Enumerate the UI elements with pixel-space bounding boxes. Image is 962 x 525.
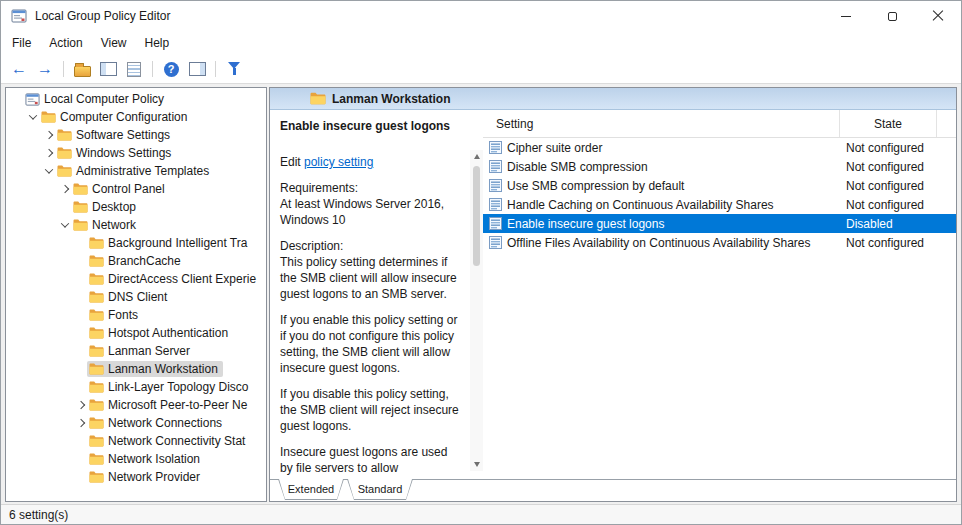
chevron-icon[interactable] bbox=[74, 327, 87, 340]
tab-label: Extended bbox=[278, 479, 344, 498]
tree-item[interactable]: DirectAccess Client Experie bbox=[6, 270, 266, 288]
tab-standard[interactable]: Standard bbox=[347, 479, 413, 500]
chevron-icon[interactable] bbox=[10, 93, 23, 106]
settings-list: Setting State bbox=[483, 110, 956, 479]
tree-item[interactable]: DNS Client bbox=[6, 288, 266, 306]
edit-policy-setting-link[interactable]: policy setting bbox=[304, 155, 373, 169]
toolbar-separator bbox=[148, 58, 157, 80]
tree-item[interactable]: Network Provider bbox=[6, 468, 266, 486]
tree-item[interactable]: Network Connectivity Stat bbox=[6, 432, 266, 450]
tree-item[interactable]: Lanman Server bbox=[6, 342, 266, 360]
tree-item[interactable]: Network Isolation bbox=[6, 450, 266, 468]
action-pane-icon[interactable] bbox=[185, 58, 209, 80]
forward-icon[interactable] bbox=[33, 58, 57, 80]
tab-extended[interactable]: Extended bbox=[278, 479, 344, 500]
minimize-button[interactable] bbox=[823, 1, 869, 31]
console-tree-pane: Local Computer Policy bbox=[5, 87, 267, 502]
tree-item[interactable]: Network Connections bbox=[6, 414, 266, 432]
export-list-icon[interactable] bbox=[122, 58, 146, 80]
chevron-icon[interactable] bbox=[42, 147, 55, 160]
policy-setting-icon bbox=[489, 141, 502, 154]
tree-item[interactable]: Background Intelligent Tra bbox=[6, 234, 266, 252]
tree-item[interactable]: Windows Settings bbox=[6, 144, 266, 162]
tree-item[interactable]: Microsoft Peer-to-Peer Ne bbox=[6, 396, 266, 414]
description-paragraph: Insecure guest logons are used by file s… bbox=[280, 444, 463, 476]
tree-item[interactable]: Local Computer Policy bbox=[6, 90, 266, 108]
selected-policy-title: Enable insecure guest logons bbox=[280, 118, 463, 134]
chevron-icon[interactable] bbox=[74, 417, 87, 430]
folder-icon bbox=[89, 453, 104, 465]
settings-row[interactable]: Offline Files Availability on Continuous… bbox=[483, 233, 956, 252]
chevron-icon[interactable] bbox=[74, 363, 87, 376]
folder-icon bbox=[89, 273, 104, 285]
workarea: Local Computer Policy bbox=[1, 84, 961, 504]
chevron-icon[interactable] bbox=[74, 309, 87, 322]
window-controls bbox=[823, 1, 961, 31]
chevron-icon[interactable] bbox=[26, 111, 39, 124]
chevron-icon[interactable] bbox=[58, 183, 71, 196]
tree-item-label: Software Settings bbox=[76, 128, 170, 142]
column-header-setting[interactable]: Setting bbox=[483, 110, 840, 137]
folder-icon bbox=[57, 165, 72, 177]
setting-name: Handle Caching on Continuous Availabilit… bbox=[507, 198, 774, 212]
chevron-icon[interactable] bbox=[74, 291, 87, 304]
setting-state: Not configured bbox=[840, 198, 937, 212]
chevron-icon[interactable] bbox=[74, 435, 87, 448]
settings-row[interactable]: Use SMB compression by default Not confi… bbox=[483, 176, 956, 195]
scrollbar-thumb[interactable] bbox=[473, 166, 480, 266]
folder-icon bbox=[89, 471, 104, 483]
tree-item[interactable]: Lanman Workstation bbox=[6, 360, 266, 378]
titlebar: Local Group Policy Editor bbox=[1, 1, 961, 31]
menu-action[interactable]: Action bbox=[40, 33, 91, 53]
settings-row[interactable]: Cipher suite order Not configured bbox=[483, 138, 956, 157]
tree-item[interactable]: Link-Layer Topology Disco bbox=[6, 378, 266, 396]
filter-icon[interactable] bbox=[222, 58, 246, 80]
scroll-up-icon[interactable] bbox=[470, 150, 483, 163]
chevron-icon[interactable] bbox=[42, 129, 55, 142]
setting-state: Not configured bbox=[840, 236, 937, 250]
chevron-icon[interactable] bbox=[74, 237, 87, 250]
help-icon[interactable] bbox=[159, 58, 183, 80]
settings-row[interactable]: Disable SMB compression Not configured bbox=[483, 157, 956, 176]
chevron-icon[interactable] bbox=[74, 273, 87, 286]
settings-row[interactable]: Handle Caching on Continuous Availabilit… bbox=[483, 195, 956, 214]
minimize-icon bbox=[841, 16, 851, 17]
settings-row[interactable]: Enable insecure guest logons Disabled bbox=[483, 214, 956, 233]
tree-item[interactable]: Fonts bbox=[6, 306, 266, 324]
requirements-label: Requirements: bbox=[280, 180, 463, 196]
chevron-icon[interactable] bbox=[74, 399, 87, 412]
description-scrollbar[interactable] bbox=[470, 150, 483, 471]
menu-file[interactable]: File bbox=[3, 33, 40, 53]
show-console-tree-icon[interactable] bbox=[96, 58, 120, 80]
chevron-icon[interactable] bbox=[74, 471, 87, 484]
tree-item[interactable]: Computer Configuration bbox=[6, 108, 266, 126]
tree-item[interactable]: Administrative Templates bbox=[6, 162, 266, 180]
menu-view[interactable]: View bbox=[92, 33, 136, 53]
tree-item-label: Microsoft Peer-to-Peer Ne bbox=[108, 398, 247, 412]
menu-item-label: View bbox=[101, 36, 127, 50]
close-icon bbox=[932, 10, 944, 22]
chevron-icon[interactable] bbox=[58, 219, 71, 232]
requirements-text: At least Windows Server 2016, Windows 10 bbox=[280, 196, 463, 228]
chevron-icon[interactable] bbox=[74, 255, 87, 268]
tree-item-label: Network Isolation bbox=[108, 452, 200, 466]
menu-help[interactable]: Help bbox=[136, 33, 179, 53]
scroll-down-icon[interactable] bbox=[470, 458, 483, 471]
tree-item[interactable]: Desktop bbox=[6, 198, 266, 216]
back-icon[interactable] bbox=[7, 58, 31, 80]
chevron-icon[interactable] bbox=[58, 201, 71, 214]
maximize-button[interactable] bbox=[869, 1, 915, 31]
up-level-icon[interactable] bbox=[70, 58, 94, 80]
folder-icon bbox=[89, 363, 104, 375]
chevron-icon[interactable] bbox=[74, 345, 87, 358]
chevron-icon[interactable] bbox=[74, 453, 87, 466]
column-header-state[interactable]: State bbox=[840, 110, 937, 137]
chevron-icon[interactable] bbox=[42, 165, 55, 178]
tree-item[interactable]: Hotspot Authentication bbox=[6, 324, 266, 342]
tree-item[interactable]: Network bbox=[6, 216, 266, 234]
tree-item[interactable]: Software Settings bbox=[6, 126, 266, 144]
chevron-icon[interactable] bbox=[74, 381, 87, 394]
tree-item[interactable]: Control Panel bbox=[6, 180, 266, 198]
tree-item[interactable]: BranchCache bbox=[6, 252, 266, 270]
close-button[interactable] bbox=[915, 1, 961, 31]
